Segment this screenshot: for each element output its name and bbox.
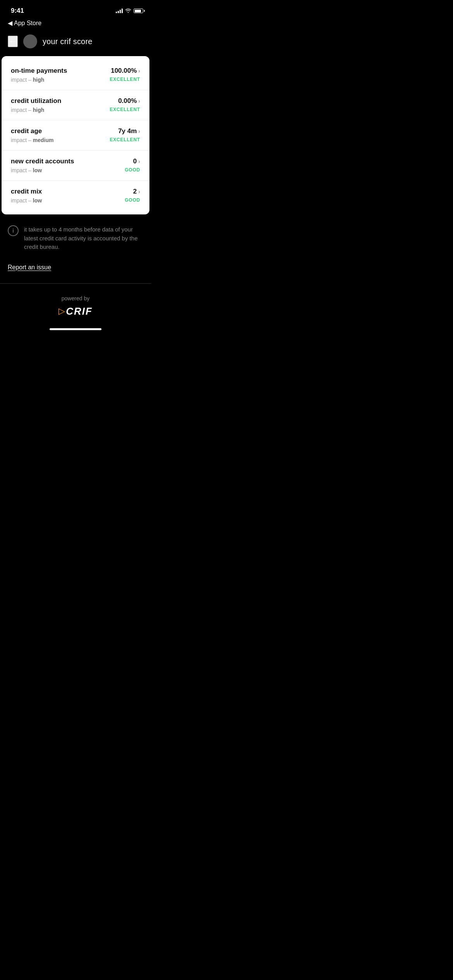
score-item-on-time-payments[interactable]: on-time payments impact – high 100.00% ›…	[2, 60, 149, 90]
score-name: credit mix	[11, 188, 42, 195]
chevron-right-icon: ›	[138, 68, 140, 74]
score-value: 7y 4m ›	[118, 127, 140, 135]
score-value: 2 ›	[133, 188, 140, 195]
back-chevron-icon: ◀	[8, 19, 12, 27]
status-bar: 9:41	[0, 0, 151, 19]
score-item-credit-mix[interactable]: credit mix impact – low 2 › GOOD	[2, 181, 149, 211]
score-name: credit utilization	[11, 97, 61, 105]
crif-arrow-icon: ▷	[58, 306, 65, 316]
home-bar	[50, 328, 101, 330]
score-name: new credit accounts	[11, 158, 74, 165]
battery-icon	[134, 9, 143, 13]
score-rating: EXCELLENT	[110, 77, 140, 82]
chevron-right-icon: ›	[138, 128, 140, 134]
back-button[interactable]: ←	[8, 36, 18, 47]
score-impact: impact – low	[11, 167, 74, 173]
status-time: 9:41	[11, 7, 24, 15]
score-value: 0.00% ›	[118, 97, 140, 105]
chevron-right-icon: ›	[138, 158, 140, 164]
score-item-credit-utilization[interactable]: credit utilization impact – high 0.00% ›…	[2, 90, 149, 120]
score-impact: impact – high	[11, 107, 61, 113]
report-section: Report an issue	[0, 262, 151, 283]
score-rating: EXCELLENT	[110, 107, 140, 112]
info-section: i it takes up to 4 months before data of…	[0, 214, 151, 262]
page-header: ← your crif score	[0, 31, 151, 56]
powered-by-text: powered by	[62, 295, 89, 302]
chevron-right-icon: ›	[138, 98, 140, 104]
back-arrow-icon: ←	[9, 36, 17, 46]
score-card: on-time payments impact – high 100.00% ›…	[2, 56, 149, 214]
score-rating: GOOD	[125, 197, 140, 203]
score-impact: impact – high	[11, 77, 67, 83]
crif-logo-text: CRIF	[66, 305, 93, 317]
score-name: credit age	[11, 127, 54, 135]
score-impact: impact – medium	[11, 137, 54, 143]
crif-logo: ▷ CRIF	[58, 305, 93, 317]
report-issue-button[interactable]: Report an issue	[8, 264, 51, 271]
page-title: your crif score	[43, 37, 93, 46]
avatar	[23, 34, 37, 48]
footer: powered by ▷ CRIF	[0, 284, 151, 325]
score-item-credit-age[interactable]: credit age impact – medium 7y 4m › EXCEL…	[2, 120, 149, 151]
score-name: on-time payments	[11, 67, 67, 75]
app-store-back[interactable]: ◀ App Store	[0, 19, 151, 31]
score-rating: GOOD	[125, 167, 140, 173]
home-indicator	[0, 325, 151, 334]
wifi-icon	[125, 8, 131, 14]
score-value: 100.00% ›	[111, 67, 140, 75]
info-text: it takes up to 4 months before data of y…	[24, 225, 143, 252]
score-rating: EXCELLENT	[110, 137, 140, 142]
app-store-label: App Store	[14, 20, 41, 27]
score-impact: impact – low	[11, 197, 42, 204]
status-icons	[116, 8, 143, 14]
signal-icon	[116, 9, 123, 13]
score-item-new-credit-accounts[interactable]: new credit accounts impact – low 0 › GOO…	[2, 151, 149, 181]
info-icon: i	[8, 225, 19, 236]
chevron-right-icon: ›	[138, 188, 140, 195]
score-value: 0 ›	[133, 158, 140, 165]
